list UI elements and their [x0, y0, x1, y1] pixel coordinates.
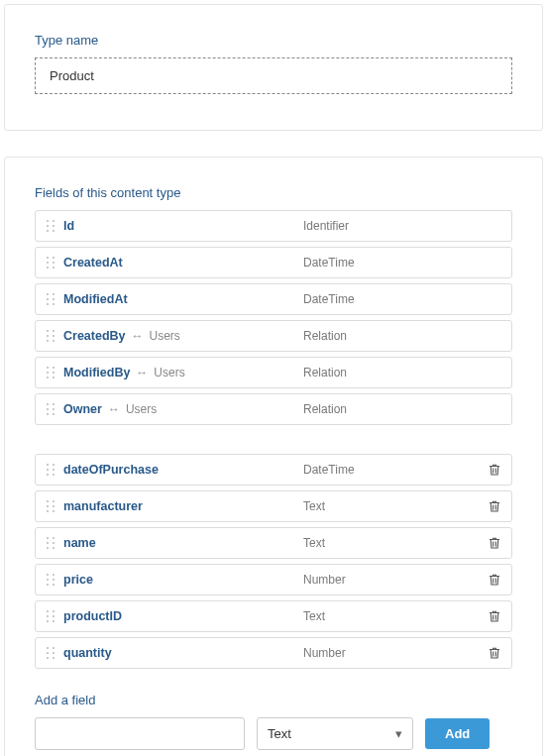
svg-point-55: [53, 574, 55, 576]
svg-point-27: [53, 372, 55, 374]
drag-handle-icon[interactable]: [46, 609, 55, 623]
drag-handle-icon[interactable]: [46, 463, 55, 477]
field-type: Identifier: [303, 219, 349, 233]
svg-point-62: [47, 615, 49, 617]
field-type: Relation: [303, 366, 347, 379]
field-name: dateOfPurchase: [63, 463, 159, 477]
svg-point-69: [53, 652, 55, 654]
svg-point-16: [47, 303, 49, 305]
svg-point-1: [53, 220, 55, 222]
svg-point-18: [47, 330, 49, 332]
svg-point-41: [53, 474, 55, 476]
drag-handle-icon[interactable]: [46, 536, 55, 550]
svg-point-32: [47, 408, 49, 410]
svg-point-31: [53, 403, 55, 405]
drag-handle-icon[interactable]: [46, 366, 55, 379]
field-name: ModifiedBy: [63, 366, 130, 379]
svg-point-70: [47, 657, 49, 659]
field-row[interactable]: productIDText: [35, 600, 512, 632]
field-row[interactable]: ModifiedBy↔UsersRelation: [35, 357, 512, 388]
svg-point-36: [47, 464, 49, 466]
svg-point-17: [53, 303, 55, 305]
drag-handle-icon[interactable]: [46, 402, 55, 416]
delete-icon[interactable]: [488, 499, 501, 513]
relation-icon: ↔: [132, 329, 144, 343]
field-name: Id: [63, 219, 74, 233]
svg-point-48: [47, 537, 49, 539]
delete-icon[interactable]: [488, 646, 501, 660]
type-name-label: Type name: [35, 33, 512, 48]
svg-point-67: [53, 647, 55, 649]
field-type: Text: [303, 609, 325, 623]
drag-handle-icon[interactable]: [46, 646, 55, 660]
delete-icon[interactable]: [488, 536, 501, 550]
svg-point-47: [53, 510, 55, 512]
field-row[interactable]: CreatedBy↔UsersRelation: [35, 320, 512, 352]
svg-point-5: [53, 230, 55, 232]
svg-point-51: [53, 542, 55, 544]
drag-handle-icon[interactable]: [46, 256, 55, 270]
svg-point-15: [53, 298, 55, 300]
svg-point-39: [53, 469, 55, 471]
svg-point-38: [47, 469, 49, 471]
field-name: productID: [63, 609, 122, 623]
drag-handle-icon[interactable]: [46, 219, 55, 233]
field-row[interactable]: ModifiedAtDateTime: [35, 283, 512, 315]
drag-handle-icon[interactable]: [46, 573, 55, 587]
add-field-name-input[interactable]: [35, 717, 245, 750]
field-row[interactable]: dateOfPurchaseDateTime: [35, 454, 512, 486]
type-name-input[interactable]: [35, 57, 512, 94]
svg-point-29: [53, 377, 55, 378]
field-name: quantity: [63, 646, 112, 660]
field-type: DateTime: [303, 292, 355, 306]
relation-target: Users: [150, 329, 180, 343]
svg-point-11: [53, 267, 55, 269]
svg-point-26: [47, 372, 49, 374]
delete-icon[interactable]: [488, 609, 501, 623]
svg-point-20: [47, 335, 49, 337]
svg-point-14: [47, 298, 49, 300]
add-button[interactable]: Add: [425, 718, 490, 749]
svg-point-52: [47, 547, 49, 549]
drag-handle-icon[interactable]: [46, 499, 55, 513]
svg-point-28: [47, 377, 49, 378]
svg-point-35: [53, 413, 55, 415]
field-name: manufacturer: [63, 499, 143, 513]
field-type: Relation: [303, 402, 347, 416]
field-type: Relation: [303, 329, 347, 343]
svg-point-63: [53, 615, 55, 617]
svg-point-43: [53, 500, 55, 502]
svg-point-37: [53, 464, 55, 466]
field-row[interactable]: manufacturerText: [35, 490, 512, 522]
add-field-controls: Text ▾ Add: [35, 717, 512, 750]
field-name: name: [63, 536, 96, 550]
drag-handle-icon[interactable]: [46, 292, 55, 306]
svg-point-58: [47, 584, 49, 586]
add-field-type-select[interactable]: Text ▾: [257, 717, 413, 750]
svg-point-22: [47, 340, 49, 342]
svg-point-12: [47, 293, 49, 295]
svg-point-45: [53, 505, 55, 507]
svg-point-0: [47, 220, 49, 222]
field-type: Text: [303, 499, 325, 513]
fields-panel: Fields of this content type IdIdentifier…: [4, 157, 543, 756]
add-field-label: Add a field: [35, 693, 512, 707]
svg-point-65: [53, 620, 55, 622]
drag-handle-icon[interactable]: [46, 329, 55, 343]
delete-icon[interactable]: [488, 463, 501, 477]
svg-point-3: [53, 225, 55, 227]
field-row[interactable]: IdIdentifier: [35, 210, 512, 242]
field-row[interactable]: priceNumber: [35, 564, 512, 595]
svg-point-4: [47, 230, 49, 232]
field-type: Text: [303, 536, 325, 550]
field-row[interactable]: nameText: [35, 527, 512, 559]
field-row[interactable]: Owner↔UsersRelation: [35, 393, 512, 425]
svg-point-68: [47, 652, 49, 654]
field-row[interactable]: CreatedAtDateTime: [35, 247, 512, 278]
svg-point-49: [53, 537, 55, 539]
field-row[interactable]: quantityNumber: [35, 637, 512, 669]
field-name: CreatedAt: [63, 256, 123, 270]
svg-point-24: [47, 367, 49, 369]
field-type: Number: [303, 646, 346, 660]
delete-icon[interactable]: [488, 573, 501, 587]
